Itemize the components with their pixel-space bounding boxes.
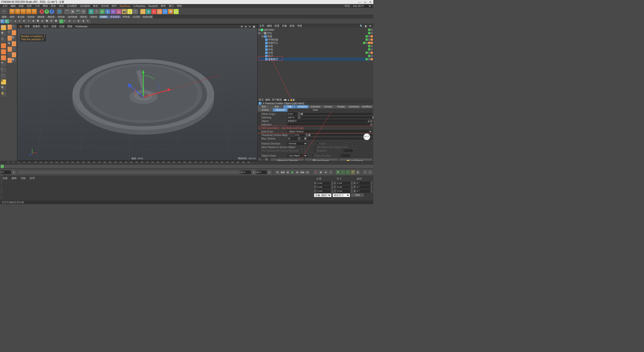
film-icon[interactable]: 🎬 — [265, 158, 270, 161]
vp-nav-icon[interactable]: ✥ — [19, 25, 22, 28]
close-icon[interactable]: ✕ — [369, 1, 371, 4]
tree-item[interactable]: 外柱 — [258, 48, 373, 51]
menu-script[interactable]: 脚本 — [160, 4, 167, 8]
tab-display[interactable]: Display — [335, 105, 348, 108]
tab-poly[interactable]: 多边形 — [16, 15, 26, 18]
strip-icon[interactable]: ✪ — [50, 19, 54, 23]
menu-character[interactable]: 角色 — [92, 4, 99, 8]
strip-icon[interactable]: ⬟ — [37, 19, 41, 23]
om-view[interactable]: 查看 — [274, 24, 280, 28]
strip-icon[interactable]: ✦ — [28, 19, 32, 23]
rot-b[interactable] — [356, 190, 370, 193]
tree-item[interactable]: 转盘中心 — [258, 41, 373, 45]
menu-file[interactable]: 文件 — [2, 4, 9, 8]
vp-nav-orbit-icon[interactable]: ↻ — [248, 25, 252, 28]
strip-icon[interactable]: ⬣ — [55, 19, 59, 23]
vp-menu-filter[interactable]: 过滤 — [59, 25, 65, 28]
attr-back-icon[interactable]: ◀ — [283, 98, 285, 101]
slider[interactable] — [301, 116, 372, 118]
light-icon[interactable]: 💡 — [127, 9, 132, 14]
tab-modifiers[interactable]: Modifiers — [360, 105, 373, 108]
tab-wire[interactable]: 线框 — [8, 15, 16, 18]
link-clear-icon[interactable]: ⊙ — [370, 120, 372, 122]
strip-icon[interactable]: ▦ — [1, 19, 5, 23]
menu-tools[interactable]: 工具 — [34, 4, 41, 8]
slider[interactable] — [301, 113, 372, 115]
make-editable-icon[interactable]: ▦ — [1, 25, 6, 30]
tree-item[interactable]: 长杆 — [258, 51, 373, 54]
xp-icon4[interactable]: ⬤ — [168, 9, 173, 14]
tab-8[interactable]: 边栏机械 — [66, 15, 79, 18]
pos-key-icon[interactable]: ✥ — [336, 170, 340, 174]
object-tree[interactable]: ⊟xpEmitter ⊟L0空白 ⊟容器 中间转盘 转盘中心 内柱 外柱 长杆 … — [258, 28, 373, 98]
tab-coord[interactable]: 坐标 — [270, 105, 283, 108]
layout-dropdown[interactable]: 启动 (用户) — [352, 5, 372, 8]
rotate-icon[interactable]: ○ — [26, 9, 31, 14]
tree-item[interactable]: ⊟L0空白 — [258, 31, 373, 35]
strip-icon[interactable]: ● — [19, 19, 23, 23]
vp-nav-max-icon[interactable]: ▣ — [252, 25, 256, 28]
undo-button[interactable]: ↶ — [1, 9, 7, 14]
tab-15[interactable]: Python域 — [141, 15, 154, 18]
load-preset-button[interactable]: 📁 Load Preset... — [339, 158, 372, 161]
play-icon[interactable]: ▶ — [290, 170, 295, 174]
strip-icon[interactable]: ◐ — [77, 19, 82, 23]
apply-button[interactable]: 应用 — [351, 193, 364, 197]
spline-pen-icon[interactable]: ✎ — [94, 9, 99, 14]
tab-5[interactable]: 轴动体 — [36, 15, 46, 18]
attr-edit[interactable]: 编辑 — [265, 98, 270, 102]
attr-lock-icon[interactable]: 🔒 — [290, 98, 293, 101]
strip-icon[interactable]: ◉ — [32, 19, 36, 23]
frame-start-input[interactable] — [1, 170, 11, 174]
attr-userdata[interactable]: 用户数据 — [272, 98, 282, 102]
lt2-icon[interactable]: ✎▣ — [8, 58, 16, 63]
next-key-icon[interactable]: ▶▶ — [300, 170, 305, 174]
menu-pipeline[interactable]: 流水线 — [100, 4, 110, 8]
goto-start-icon[interactable]: ⏮ — [275, 170, 280, 174]
strip-icon[interactable]: ● — [59, 19, 63, 23]
live-select-icon[interactable]: ✥ — [10, 9, 15, 14]
tab-14[interactable]: 公式域 — [131, 15, 141, 18]
tab-basic[interactable]: 基本 — [258, 105, 270, 108]
tab-10[interactable]: 视射线 — [89, 15, 99, 18]
render-pv-icon[interactable]: 📷 — [75, 9, 80, 14]
strip-icon[interactable]: ◆ — [5, 19, 9, 23]
vp-menu-view[interactable]: 查看 — [24, 25, 30, 28]
viewport-icon[interactable]: ▯ — [1, 67, 6, 72]
tab-9[interactable]: 线性机 — [79, 15, 89, 18]
snap-enable-icon[interactable]: ⬚ — [1, 73, 6, 78]
lt2-icon[interactable]: ≡▤ — [8, 36, 16, 41]
pos-z[interactable] — [317, 190, 331, 193]
menu-spline[interactable]: 样条 — [50, 4, 57, 8]
om-object[interactable]: 对象 — [281, 24, 288, 28]
invert-checkbox[interactable] — [345, 142, 348, 145]
vp-menu-panel[interactable]: 面板 — [67, 25, 73, 28]
strip-icon[interactable]: ◈ — [41, 19, 45, 23]
link-clear-icon[interactable]: ⊙ — [370, 123, 372, 126]
frame-total-input[interactable] — [257, 170, 267, 174]
pla-key-icon[interactable]: ◐ — [356, 170, 360, 174]
tree-item[interactable]: 中间转盘 — [258, 38, 373, 41]
xp-icon5[interactable]: ✿ — [174, 9, 179, 14]
edge-mode-icon[interactable]: ╱ — [1, 49, 6, 54]
record-icon[interactable]: ● — [313, 170, 318, 174]
lt2-icon[interactable]: ▢○ — [8, 30, 16, 35]
key-icon[interactable]: ◈ — [324, 170, 328, 174]
coord-space-dropdown[interactable]: 对象 (相对) — [314, 193, 332, 197]
prev-frame-icon[interactable]: ◀ — [285, 170, 290, 174]
stick-checkbox[interactable] — [302, 146, 305, 148]
strip-icon[interactable]: ▲ — [14, 19, 18, 23]
scale-icon[interactable]: ▫ — [21, 9, 26, 14]
tab-11[interactable]: 机械机 — [99, 15, 109, 18]
timeline[interactable]: 0246810121416182022242628303234363840424… — [0, 161, 373, 168]
xp-icon1[interactable]: ◉ — [146, 9, 151, 14]
render-region-icon[interactable]: ▣ — [70, 9, 75, 14]
tab-advanced[interactable]: Advanced — [273, 108, 288, 112]
tab-ext[interactable]: Extended Data — [309, 105, 322, 108]
tab-editing[interactable]: Editing — [258, 108, 273, 112]
camera-icon[interactable]: 📷 — [122, 9, 127, 14]
menu-create[interactable]: 创建 — [18, 4, 25, 8]
tab-4[interactable]: 组动体 — [26, 15, 36, 18]
tree-item[interactable]: ⊟容器 — [258, 35, 373, 38]
dope-icon[interactable]: ≡ — [363, 170, 367, 174]
